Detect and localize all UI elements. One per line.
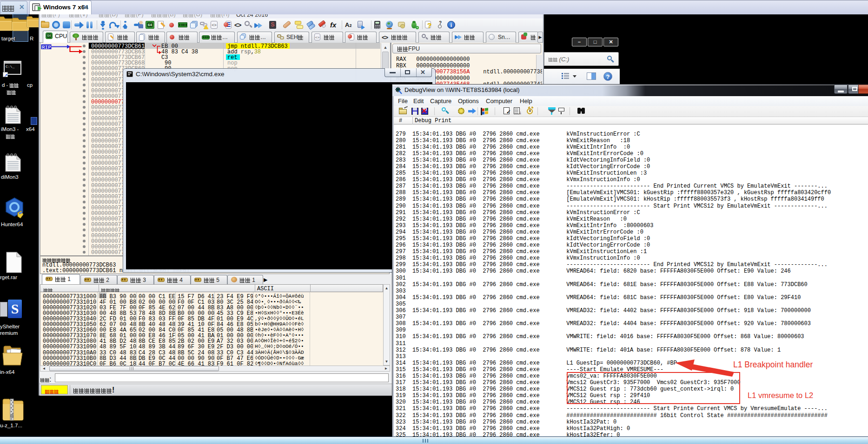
svg-text:C:\_: C:\_ bbox=[6, 65, 14, 69]
svg-text:RIP: RIP bbox=[42, 45, 51, 50]
